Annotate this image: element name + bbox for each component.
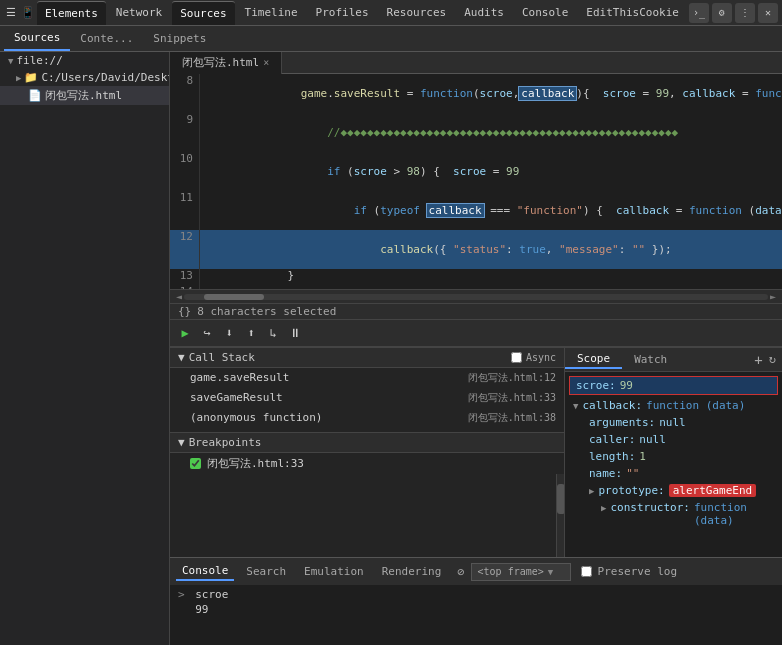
scrollbar-track[interactable] — [184, 294, 768, 300]
code-line-13: 13 } — [170, 269, 782, 285]
tree-file[interactable]: 📄 闭包写法.html — [0, 86, 169, 105]
arrow-icon-proto: ▶ — [589, 486, 594, 496]
main-area: ▼ file:// ▶ 📁 C:/Users/David/Desktop 📄 闭… — [0, 52, 782, 645]
scope-tab-scope[interactable]: Scope — [565, 350, 622, 369]
file-sidebar: ▼ file:// ▶ 📁 C:/Users/David/Desktop 📄 闭… — [0, 52, 170, 645]
breakpoints-header[interactable]: ▼ Breakpoints — [170, 432, 564, 453]
tab-editthiscookie[interactable]: EditThisCookie — [578, 1, 687, 25]
step-over-btn[interactable]: ↪ — [198, 324, 216, 342]
left-scroll-area[interactable] — [170, 474, 564, 557]
scope-row-constructor[interactable]: ▶ constructor: function (data) — [565, 499, 782, 529]
status-bar: {} 8 characters selected — [170, 303, 782, 319]
left-scrollbar-thumb[interactable] — [557, 484, 565, 514]
tab-sources[interactable]: Sources — [172, 1, 234, 25]
scope-row-callback[interactable]: ▼ callback: function (data) — [565, 397, 782, 414]
async-checkbox[interactable] — [511, 352, 522, 363]
terminal-icon[interactable]: ›_ — [689, 3, 709, 23]
status-icon: {} — [178, 305, 191, 318]
code-line-9: 9 //◆◆◆◆◆◆◆◆◆◆◆◆◆◆◆◆◆◆◆◆◆◆◆◆◆◆◆◆◆◆◆◆◆◆◆◆… — [170, 113, 782, 152]
async-label: Async — [526, 352, 556, 363]
file-tab-close[interactable]: × — [263, 57, 269, 68]
stack-fn-2: (anonymous function) — [190, 411, 322, 425]
refresh-watch-btn[interactable]: ↻ — [769, 352, 776, 368]
tree-folder[interactable]: ▶ 📁 C:/Users/David/Desktop — [0, 69, 169, 86]
scope-prop-callback: callback: — [582, 399, 642, 412]
left-scrollbar[interactable] — [556, 474, 564, 557]
preserve-log-checkbox[interactable] — [581, 566, 592, 577]
scope-prop-length: length: — [589, 450, 635, 463]
preserve-log-label: Preserve log — [598, 565, 677, 578]
console-output[interactable]: > scroe 99 — [170, 585, 782, 645]
tab-profiles[interactable]: Profiles — [308, 1, 377, 25]
scope-content[interactable]: scroe: 99 ▼ callback: function (data) ar… — [565, 372, 782, 557]
console-line-1: 99 — [178, 602, 774, 617]
breakpoint-label-0: 闭包写法.html:33 — [207, 456, 304, 471]
step-into-btn[interactable]: ⬇ — [220, 324, 238, 342]
step-out-btn[interactable]: ⬆ — [242, 324, 260, 342]
stack-item-2[interactable]: (anonymous function) 闭包写法.html:38 — [170, 408, 564, 428]
scroll-right-btn[interactable]: ► — [768, 289, 778, 304]
code-line-11: 11 if (typeof callback === "function") {… — [170, 191, 782, 230]
console-prompt-1 — [178, 603, 185, 616]
inspect-icon[interactable]: ☰ — [4, 4, 18, 22]
close-icon[interactable]: ✕ — [758, 3, 778, 23]
pause-btn[interactable]: ⏸ — [286, 324, 304, 342]
tree-root-label: file:// — [16, 54, 62, 67]
device-icon[interactable]: 📱 — [20, 4, 34, 22]
chevron-right-icon: ▶ — [16, 73, 21, 83]
breakpoint-checkbox-0[interactable] — [190, 458, 201, 469]
add-watch-btn[interactable]: + — [754, 352, 762, 368]
code-editor[interactable]: 8 game.saveResult = function(scroe,callb… — [170, 74, 782, 289]
scroll-left-btn[interactable]: ◄ — [174, 289, 184, 304]
more-icon[interactable]: ⋮ — [735, 3, 755, 23]
console-text-0: scroe — [195, 588, 228, 601]
stack-file-2: 闭包写法.html:38 — [468, 411, 556, 425]
scope-prop-scroe: scroe: — [576, 379, 616, 392]
sources-tab-content[interactable]: Conte... — [70, 27, 143, 51]
breakpoints-arrow: ▼ — [178, 436, 185, 449]
stack-item-0[interactable]: game.saveResult 闭包写法.html:12 — [170, 368, 564, 388]
tab-network[interactable]: Network — [108, 1, 170, 25]
sources-tab-snippets[interactable]: Snippets — [143, 27, 216, 51]
tree-root[interactable]: ▼ file:// — [0, 52, 169, 69]
stack-item-1[interactable]: saveGameResult 闭包写法.html:33 — [170, 388, 564, 408]
tab-elements[interactable]: Elements — [37, 1, 106, 25]
sources-tab-sources[interactable]: Sources — [4, 27, 70, 51]
code-line-10: 10 if (scroe > 98) { scroe = 99 — [170, 152, 782, 191]
frame-dropdown-icon[interactable]: ▼ — [548, 567, 553, 577]
settings-icon[interactable]: ⚙ — [712, 3, 732, 23]
console-toolbar: Console Search Emulation Rendering ⊘ <to… — [170, 557, 782, 585]
horizontal-scrollbar[interactable]: ◄ ► — [170, 289, 782, 303]
tab-audits[interactable]: Audits — [456, 1, 512, 25]
tab-resources[interactable]: Resources — [379, 1, 455, 25]
tab-console[interactable]: Console — [514, 1, 576, 25]
breakpoints-content: 闭包写法.html:33 — [170, 453, 564, 474]
frame-selector[interactable]: <top frame> ▼ — [471, 563, 571, 581]
console-tab-console[interactable]: Console — [176, 562, 234, 581]
scope-prop-prototype: prototype: — [598, 484, 664, 497]
file-tabs: 闭包写法.html × — [170, 52, 782, 74]
folder-icon: 📁 — [24, 71, 38, 84]
deactivate-btn[interactable]: ↳ — [264, 324, 282, 342]
breakpoint-item-0[interactable]: 闭包写法.html:33 — [170, 453, 564, 474]
scope-val-name: "" — [626, 467, 639, 480]
filter-icon[interactable]: ⊘ — [457, 565, 464, 579]
code-line-8: 8 game.saveResult = function(scroe,callb… — [170, 74, 782, 113]
callstack-label: Call Stack — [189, 351, 255, 364]
scope-tab-watch[interactable]: Watch — [622, 351, 679, 368]
scrollbar-thumb[interactable] — [204, 294, 264, 300]
console-tab-search[interactable]: Search — [240, 563, 292, 580]
console-tab-emulation[interactable]: Emulation — [298, 563, 370, 580]
debug-toolbar: ▶ ↪ ⬇ ⬆ ↳ ⏸ — [170, 319, 782, 347]
file-tab-active[interactable]: 闭包写法.html × — [170, 52, 282, 74]
file-tree: ▼ file:// ▶ 📁 C:/Users/David/Desktop 📄 闭… — [0, 52, 169, 645]
scope-row-prototype[interactable]: ▶ prototype: alertGameEnd — [565, 482, 782, 499]
resume-btn[interactable]: ▶ — [176, 324, 194, 342]
scope-row-arguments: arguments: null — [565, 414, 782, 431]
scope-val-callback: function (data) — [646, 399, 745, 412]
console-tab-rendering[interactable]: Rendering — [376, 563, 448, 580]
callstack-header[interactable]: ▼ Call Stack Async — [170, 348, 564, 368]
scope-val-scroe: 99 — [620, 379, 633, 392]
tab-timeline[interactable]: Timeline — [237, 1, 306, 25]
scope-val-caller: null — [639, 433, 666, 446]
